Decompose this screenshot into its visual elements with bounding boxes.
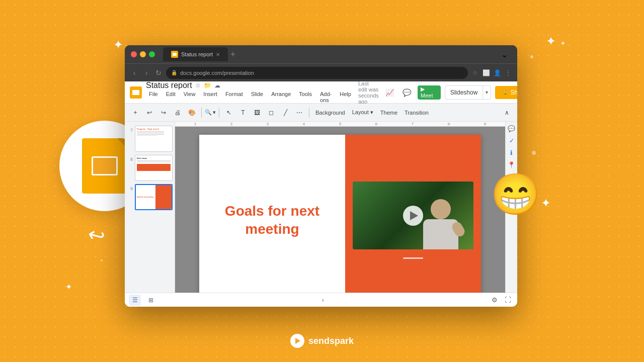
theme-dropdown[interactable]: Theme bbox=[377, 109, 400, 117]
fullscreen-icon[interactable]: ⛶ bbox=[502, 295, 513, 306]
shape-tool[interactable]: ◻ bbox=[265, 106, 278, 119]
panel-toggle-btn[interactable]: ‹ bbox=[322, 297, 324, 304]
slide-canvas-wrapper: Goals for next meeting bbox=[175, 127, 505, 293]
slides-title[interactable]: Status report bbox=[146, 81, 192, 90]
menu-tools[interactable]: Tools bbox=[296, 90, 315, 104]
back-button[interactable]: ‹ bbox=[130, 68, 139, 77]
cloud-icon[interactable]: ☁ bbox=[214, 82, 220, 89]
tab-favicon-inner bbox=[173, 53, 177, 56]
address-bar[interactable]: 🔒 docs.google.com/presentation bbox=[166, 67, 468, 79]
tab-title: Status report bbox=[181, 51, 213, 57]
menu-file[interactable]: File bbox=[146, 90, 161, 104]
layout-dropdown[interactable]: Layout ▾ bbox=[349, 108, 376, 117]
present-settings-icon[interactable]: ⚙ bbox=[489, 295, 500, 306]
slide-preview-7[interactable]: Progress - Topic area 2 bbox=[135, 126, 173, 152]
slides-app: Status report ☆ 📁 ☁ File Edit View Inser… bbox=[125, 81, 517, 307]
slideshow-dropdown-arrow[interactable]: ▾ bbox=[483, 86, 491, 99]
extensions-icon[interactable]: ⬜ bbox=[482, 69, 490, 77]
slide-thumbnail-8[interactable]: 8 Next steps bbox=[127, 155, 173, 181]
image-tool[interactable]: 🖼 bbox=[251, 106, 264, 119]
star-icon[interactable]: ☆ bbox=[195, 82, 201, 89]
collapse-toolbar-btn[interactable]: ∧ bbox=[500, 106, 513, 119]
filmstrip-view-btn[interactable]: ☰ bbox=[129, 295, 141, 306]
pin-panel-icon[interactable]: 📍 bbox=[507, 160, 517, 170]
menu-addons[interactable]: Add-ons bbox=[317, 90, 335, 104]
background-dropdown[interactable]: Background bbox=[312, 109, 348, 117]
browser-toolbar-icons: ☆ ⬜ 👤 ⋮ bbox=[471, 69, 512, 77]
more-tools-btn[interactable]: ⋯ bbox=[293, 106, 306, 119]
menu-help[interactable]: Help bbox=[337, 90, 354, 104]
browser-toolbar: ‹ › ↻ 🔒 docs.google.com/presentation ☆ ⬜… bbox=[125, 63, 517, 81]
paint-format-btn[interactable]: 🎨 bbox=[185, 106, 198, 119]
ruler-marks: 1 2 3 4 5 6 7 8 9 bbox=[177, 122, 503, 126]
forward-button[interactable]: › bbox=[142, 68, 151, 77]
new-tab-button[interactable]: + bbox=[228, 49, 238, 59]
grid-view-btn[interactable]: ⊞ bbox=[145, 295, 157, 306]
text-tool[interactable]: T bbox=[236, 106, 250, 119]
minimize-button[interactable] bbox=[140, 51, 146, 57]
video-thumbnail[interactable] bbox=[353, 182, 473, 249]
meet-icon[interactable]: ▶ Meet bbox=[418, 85, 441, 100]
emoji-decoration: 😁 bbox=[491, 171, 541, 218]
slide-number-8: 8 bbox=[127, 157, 133, 162]
slide-canvas-area: 1 2 3 4 5 6 7 8 9 bbox=[175, 122, 505, 293]
slide-thumbnail-9[interactable]: 9 Goals for next meeting bbox=[127, 184, 173, 210]
tab-close-icon[interactable]: ✕ bbox=[216, 52, 220, 57]
menu-format[interactable]: Format bbox=[222, 90, 246, 104]
person-head bbox=[431, 199, 451, 219]
slideshow-button[interactable]: Slideshow ▾ bbox=[445, 85, 492, 100]
slides-title-area: Status report ☆ 📁 ☁ File Edit View Inser… bbox=[146, 81, 354, 104]
sparkle-icon: ✦ bbox=[113, 38, 123, 52]
folder-icon[interactable]: 📁 bbox=[204, 82, 211, 89]
slides-header-actions: 📈 💬 ▶ Meet Slideshow ▾ 🔒 Share U bbox=[383, 85, 517, 100]
line-tool[interactable]: ╱ bbox=[279, 106, 292, 119]
sendspark-logo-icon bbox=[290, 334, 304, 348]
print-btn[interactable]: 🖨 bbox=[171, 106, 184, 119]
arrow-decoration: ↩ bbox=[86, 222, 108, 248]
slide-preview-9[interactable]: Goals for next meeting bbox=[135, 184, 173, 210]
comment-icon[interactable]: 💬 bbox=[400, 85, 414, 100]
window-expand-icon[interactable]: ⌄ bbox=[501, 50, 511, 59]
comments-panel-icon[interactable]: 💬 bbox=[507, 124, 517, 134]
undo-btn[interactable]: ↩ bbox=[143, 106, 156, 119]
slide-preview-8[interactable]: Next steps bbox=[135, 155, 173, 181]
sparkle-icon: ✦ bbox=[560, 39, 566, 47]
toolbar-divider-1 bbox=[201, 108, 202, 118]
menu-edit[interactable]: Edit bbox=[163, 90, 179, 104]
close-button[interactable] bbox=[131, 51, 137, 57]
chart-icon[interactable]: 📈 bbox=[383, 85, 396, 100]
reload-button[interactable]: ↻ bbox=[154, 68, 163, 77]
transition-dropdown[interactable]: Transition bbox=[401, 109, 432, 117]
background-label: Background bbox=[315, 110, 345, 116]
slideshow-main-label[interactable]: Slideshow bbox=[445, 86, 484, 99]
play-button[interactable] bbox=[403, 206, 423, 226]
share-button[interactable]: 🔒 Share bbox=[495, 86, 517, 99]
slide-left-panel: Goals for next meeting bbox=[199, 135, 345, 293]
last-edit-text: Last edit was seconds ago bbox=[358, 81, 379, 105]
info-panel-icon[interactable]: ℹ bbox=[507, 148, 517, 158]
check-panel-icon[interactable]: ✓ bbox=[507, 136, 517, 146]
browser-window: Status report ✕ + ⌄ ‹ › ↻ 🔒 docs.google.… bbox=[125, 45, 517, 307]
slides-header: Status report ☆ 📁 ☁ File Edit View Inser… bbox=[125, 81, 517, 104]
sparkle-icon: ✦ bbox=[65, 282, 72, 292]
slide-thumbnail-7[interactable]: 7 Progress - Topic area 2 bbox=[127, 126, 173, 152]
play-triangle-icon bbox=[410, 211, 418, 220]
sparkle-icon: ✦ bbox=[546, 34, 556, 48]
deco-dot bbox=[532, 151, 536, 155]
zoom-selector[interactable]: 🔍 ▾ bbox=[205, 109, 216, 116]
menu-insert[interactable]: Insert bbox=[200, 90, 220, 104]
more-icon[interactable]: ⋮ bbox=[504, 69, 512, 77]
slide-canvas[interactable]: Goals for next meeting bbox=[199, 135, 481, 293]
browser-tab-active[interactable]: Status report ✕ bbox=[163, 47, 228, 61]
menu-view[interactable]: View bbox=[181, 90, 199, 104]
profile-icon[interactable]: 👤 bbox=[493, 69, 501, 77]
maximize-button[interactable] bbox=[149, 51, 155, 57]
add-slide-btn[interactable]: + bbox=[129, 106, 142, 119]
menu-arrange[interactable]: Arrange bbox=[268, 90, 294, 104]
browser-chrome: Status report ✕ + ⌄ bbox=[125, 45, 517, 63]
toolbar-divider-2 bbox=[219, 108, 219, 118]
cursor-tool[interactable]: ↖ bbox=[222, 106, 235, 119]
menu-slide[interactable]: Slide bbox=[248, 90, 266, 104]
bookmark-icon[interactable]: ☆ bbox=[471, 69, 479, 77]
redo-btn[interactable]: ↪ bbox=[157, 106, 170, 119]
